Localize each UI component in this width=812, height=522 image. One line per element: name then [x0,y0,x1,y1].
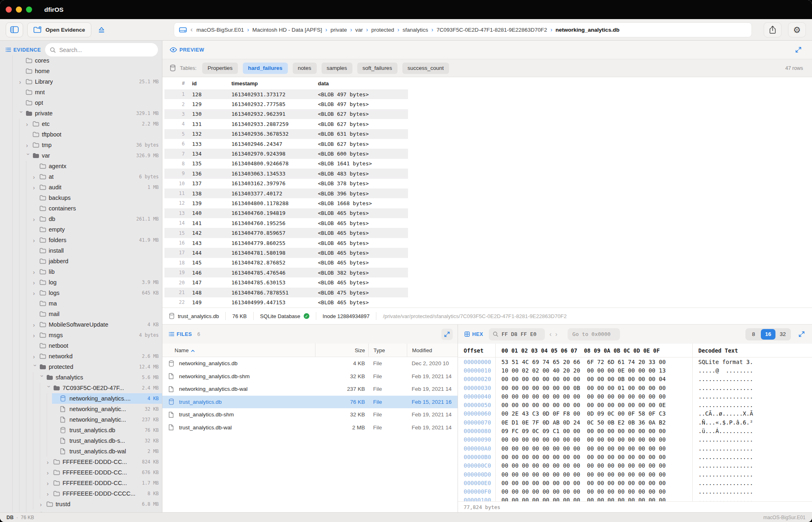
file-row-trust-analytics-db-shm[interactable]: trust_analytics.db-shm32 KBFileFeb 19, 2… [162,408,458,421]
tree-item-networking-analytics[interactable]: ›networking_analytics....4 KB [0,393,162,404]
toggle-sidebar-button[interactable] [6,22,23,37]
tree-item-backups[interactable]: ›backups [0,193,162,203]
width-16-button[interactable]: 16 [761,329,775,340]
tree-item-trust-analytics-db-s[interactable]: ›trust_analytics.db-s...32 KB [0,435,162,446]
chevron-right-icon[interactable]: › [40,501,46,507]
tree-item-ffffeeee-dddd-cccc[interactable]: ›FFFFEEEE-DDDD-CCCC...8 KB [0,488,162,499]
tree-item-trustd[interactable]: ›trustd6.8 MB [0,499,162,509]
chevron-right-icon[interactable]: › [33,216,39,222]
table-row[interactable]: 71341613402970.924398<BLOB 600 bytes> [164,149,408,158]
tree-item-mobilesoftwareupdate[interactable]: ›MobileSoftwareUpdate4 KB [0,319,162,330]
tree-item-home[interactable]: ›home [0,66,162,76]
chevron-right-icon[interactable]: › [47,491,53,497]
share-button[interactable] [764,22,782,37]
tree-item-7c093f5c-0e2d-47f[interactable]: ›7C093F5C-0E2D-47F...2.4 MB [0,383,162,393]
table-row[interactable]: 181451613404782.876852<BLOB 465 bytes> [164,258,408,268]
breadcrumb-segment-sfanalytics[interactable]: sfanalytics [403,27,428,33]
settings-button[interactable]: ⚙ [788,22,806,37]
table-row[interactable]: 151421613404770.859657<BLOB 465 bytes> [164,228,408,238]
tree-item-audit[interactable]: ›audit1 MB [0,182,162,193]
table-row[interactable]: 191461613404785.476546<BLOB 382 bytes> [164,268,408,277]
table-row[interactable]: 61331613402946.24347<BLOB 627 bytes> [164,139,408,149]
next-match-icon[interactable]: › [555,331,557,338]
chevron-down-icon[interactable]: › [26,153,32,160]
table-row[interactable]: 211481613404786.7878551<BLOB 475 bytes> [164,288,408,297]
chevron-right-icon[interactable]: › [33,279,39,286]
tree-item-networking-analytic[interactable]: ›networking_analytic...32 KB [0,404,162,414]
breadcrumb-segment-var[interactable]: var [355,27,363,33]
open-evidence-button[interactable]: Open Evidence [27,22,91,37]
tree-item-folders[interactable]: ›folders41.9 MB [0,235,162,245]
tree-item-tmp[interactable]: ›tmp36 bytes [0,140,162,150]
breadcrumb-segment-private[interactable]: private [330,27,347,33]
table-row[interactable]: 81351613404800.9246678<BLOB 1641 bytes> [164,159,408,169]
breadcrumb-segment-macintosh-hd-data-apfs[interactable]: Macintosh HD - Data [APFS] [252,27,322,33]
tree-item-db[interactable]: ›db261.1 MB [0,214,162,224]
chevron-down-icon[interactable]: › [39,375,45,381]
tree-item-log[interactable]: ›log3.9 MB [0,277,162,288]
table-row[interactable]: 141411613404760.195256<BLOB 465 bytes> [164,218,408,228]
chevron-right-icon[interactable]: › [33,184,39,191]
tree-item-ffffeeee-dddd-cc[interactable]: ›FFFFEEEE-DDDD-CC...824 KB [0,457,162,467]
chevron-right-icon[interactable]: › [26,121,32,127]
chevron-down-icon[interactable]: › [19,111,25,117]
tree-item-lib[interactable]: ›lib [0,266,162,277]
chevron-right-icon[interactable]: › [33,332,39,338]
column-header-size[interactable]: Size [315,344,368,357]
tree-item-networking-analytic[interactable]: ›networking_analytic...237 KB [0,414,162,425]
files-expand-button[interactable] [441,329,453,340]
hex-search-box[interactable] [489,328,545,340]
tree-item-etc[interactable]: ›etc2.2 MB [0,119,162,129]
chevron-right-icon[interactable]: › [33,174,39,180]
tree-item-root[interactable]: ›root3.2 MB [0,509,162,512]
tree-item-private[interactable]: ›private329.1 MB [0,108,162,119]
tree-item-trust-analytics-db-wal[interactable]: ›trust_analytics.db-wal2 MB [0,446,162,457]
tree-item-ma[interactable]: ›ma [0,298,162,309]
table-row[interactable]: 11281613402931.373172<BLOB 497 bytes> [164,89,408,99]
tree-item-logs[interactable]: ›logs645 KB [0,288,162,298]
tree-item-agentx[interactable]: ›agentx [0,161,162,171]
chevron-right-icon[interactable]: › [33,322,39,328]
table-row[interactable]: 91361613403063.134533<BLOB 483 bytes> [164,169,408,178]
chevron-right-icon[interactable]: › [33,290,39,296]
column-header-modified[interactable]: Modified [407,344,458,357]
chevron-right-icon[interactable]: › [47,480,53,486]
tree-item-library[interactable]: ›Library25.1 MB [0,76,162,87]
chevron-right-icon[interactable]: › [26,142,32,148]
tree-item-msgs[interactable]: ›msgs4 bytes [0,330,162,340]
column-header-id[interactable]: id [192,80,231,87]
table-tab-notes[interactable]: notes [293,63,317,74]
chevron-right-icon[interactable]: › [19,79,26,85]
table-tab-hard-failures[interactable]: hard_failures [243,63,288,74]
width-32-button[interactable]: 32 [775,329,790,340]
tree-item-ffffeeee-dddd-cc[interactable]: ›FFFFEEEE-DDDD-CC...1.7 MB [0,478,162,488]
chevron-right-icon[interactable]: › [47,459,53,465]
table-row[interactable]: 31301613402932.962391<BLOB 627 bytes> [164,109,408,119]
file-row-trust-analytics-db-wal[interactable]: trust_analytics.db-wal2 MBFileFeb 19, 20… [162,421,458,434]
preview-expand-button[interactable] [793,44,804,56]
tree-item-at[interactable]: ›at6 bytes [0,171,162,182]
tree-item-mail[interactable]: ›mail [0,309,162,319]
chevron-right-icon[interactable]: › [33,237,39,243]
table-tab-samples[interactable]: samples [322,63,352,74]
previous-match-icon[interactable]: ‹ [549,331,551,338]
file-row-networking-analytics-db-shm[interactable]: networking_analytics.db-shm32 KBFileFeb … [162,370,458,383]
tree-item-cores[interactable]: ›cores [0,55,162,66]
chevron-right-icon[interactable]: › [33,269,39,275]
table-row[interactable]: 221491613404999.447153<BLOB 465 bytes> [164,297,408,307]
table-tab-soft-failures[interactable]: soft_failures [357,63,397,74]
tree-item-jabberd[interactable]: ›jabberd [0,256,162,266]
table-row[interactable]: 111381613403377.40172<BLOB 396 bytes> [164,188,408,198]
tree-item-sfanalytics[interactable]: ›sfanalytics5.6 MB [0,372,162,383]
tree-item-opt[interactable]: ›opt [0,97,162,108]
minimize-window-button[interactable] [16,6,22,13]
table-row[interactable]: 51321613402936.3678532<BLOB 631 bytes> [164,129,408,139]
breadcrumb-segment-7c093f5c-0e2d-47f1-8281-9e22863d70f2[interactable]: 7C093F5C-0E2D-47F1-8281-9E22863D70F2 [436,27,547,33]
table-row[interactable]: 101371613403162.397976<BLOB 378 bytes> [164,179,408,188]
breadcrumb-segment-macos-bigsur-e01[interactable]: macOS-BigSur.E01 [197,27,244,33]
file-row-trust-analytics-db[interactable]: trust_analytics.db76 KBFileFeb 15, 2021 … [162,396,458,409]
table-row[interactable]: 121391613404800.1178288<BLOB 1668 bytes> [164,198,408,208]
chevron-right-icon[interactable]: › [33,353,39,360]
file-row-networking-analytics-db[interactable]: networking_analytics.db4 KBFileDec 2, 20… [162,357,458,370]
column-header-name[interactable]: Name [162,347,315,353]
